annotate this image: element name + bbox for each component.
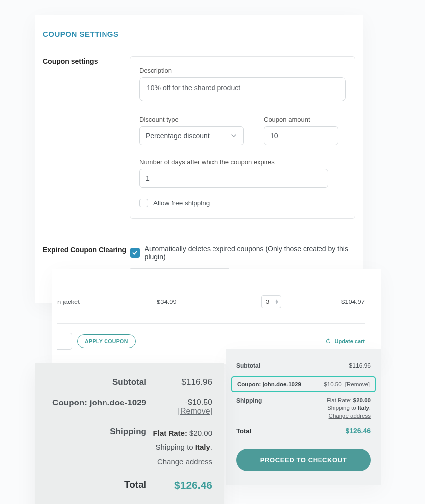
free-shipping-checkbox[interactable]	[139, 199, 148, 207]
remove-coupon-link[interactable]: [Remove]	[178, 407, 212, 415]
update-cart-button[interactable]: Update cart	[325, 338, 365, 344]
flat-rate-value: $20.00	[189, 429, 212, 437]
cart-totals-zoom: Subtotal $116.96 Coupon: john.doe-1029 -…	[35, 363, 224, 504]
coupon-highlight-row: Coupon: john.doe-1029 -$10.50 [Remove]	[231, 376, 376, 392]
total-value: $126.46	[345, 427, 371, 435]
subtotal-label: Subtotal	[47, 377, 146, 387]
coupon-value: -$10.50	[185, 398, 212, 406]
expiry-days-input[interactable]	[139, 169, 328, 188]
discount-type-label: Discount type	[139, 116, 244, 123]
subtotal-value: $116.96	[152, 377, 212, 387]
coupon-amount-label: Coupon amount	[264, 116, 338, 123]
coupon-code-input[interactable]	[57, 333, 72, 350]
coupon-label: Coupon: john.doe-1029	[47, 398, 146, 408]
refresh-icon	[325, 338, 331, 344]
shipping-country: Italy	[358, 405, 369, 411]
auto-delete-label: Automatically deletes expired coupons (O…	[145, 245, 355, 261]
coupon-settings-label: Coupon settings	[43, 56, 130, 65]
flat-rate-prefix: Flat Rate:	[153, 429, 187, 437]
description-label: Description	[139, 67, 346, 74]
coupon-settings-panel: COUPON SETTINGS Coupon settings Descript…	[35, 15, 363, 303]
free-shipping-label: Allow free shipping	[153, 200, 210, 207]
change-address-link[interactable]: Change address	[152, 455, 212, 468]
change-address-link[interactable]: Change address	[329, 413, 371, 419]
total-label: Total	[236, 427, 251, 435]
flat-rate-value: $20.00	[353, 397, 371, 403]
cart-item-row: n jacket $34.99 3 ▲▼ $104.97	[57, 280, 365, 323]
coupon-value: -$10.50	[322, 381, 342, 387]
update-cart-label: Update cart	[334, 338, 365, 344]
expiry-days-label: Number of days after which the coupon ex…	[139, 158, 346, 166]
shipping-label: Shipping	[236, 397, 262, 404]
apply-coupon-button[interactable]: APPLY COUPON	[77, 334, 136, 348]
panel-title: COUPON SETTINGS	[43, 30, 355, 38]
quantity-stepper[interactable]: 3 ▲▼	[261, 295, 281, 308]
description-input[interactable]: 10% off for the shared product	[139, 77, 346, 101]
auto-delete-checkbox[interactable]	[130, 248, 140, 258]
shipping-country: Italy	[195, 443, 210, 451]
shipping-to-prefix: Shipping to	[327, 405, 358, 411]
expired-clearing-label: Expired Coupon Clearing	[43, 245, 130, 254]
coupon-amount-input[interactable]	[264, 126, 338, 145]
cart-item-name: n jacket	[57, 298, 157, 305]
stepper-arrows-icon: ▲▼	[275, 299, 279, 305]
cart-totals-small: Subtotal $116.96 Coupon: john.doe-1029 -…	[226, 349, 381, 485]
coupon-label: Coupon: john.doe-1029	[237, 381, 301, 387]
cart-item-total: $104.97	[341, 298, 365, 305]
shipping-label: Shipping	[47, 427, 146, 437]
cart-item-price: $34.99	[157, 298, 216, 305]
flat-rate-prefix: Flat Rate:	[327, 397, 352, 403]
quantity-value: 3	[264, 298, 269, 305]
remove-coupon-link[interactable]: [Remove]	[345, 381, 370, 387]
total-value: $126.46	[152, 479, 212, 491]
total-label: Total	[47, 479, 146, 490]
subtotal-label: Subtotal	[236, 362, 260, 369]
discount-type-select[interactable]: Percentage discount	[139, 126, 244, 145]
shipping-to-prefix: Shipping to	[156, 443, 195, 451]
coupon-settings-form: Description 10% off for the shared produ…	[130, 56, 355, 219]
proceed-to-checkout-button[interactable]: PROCEED TO CHECKOUT	[236, 449, 371, 471]
subtotal-value: $116.96	[349, 362, 371, 369]
